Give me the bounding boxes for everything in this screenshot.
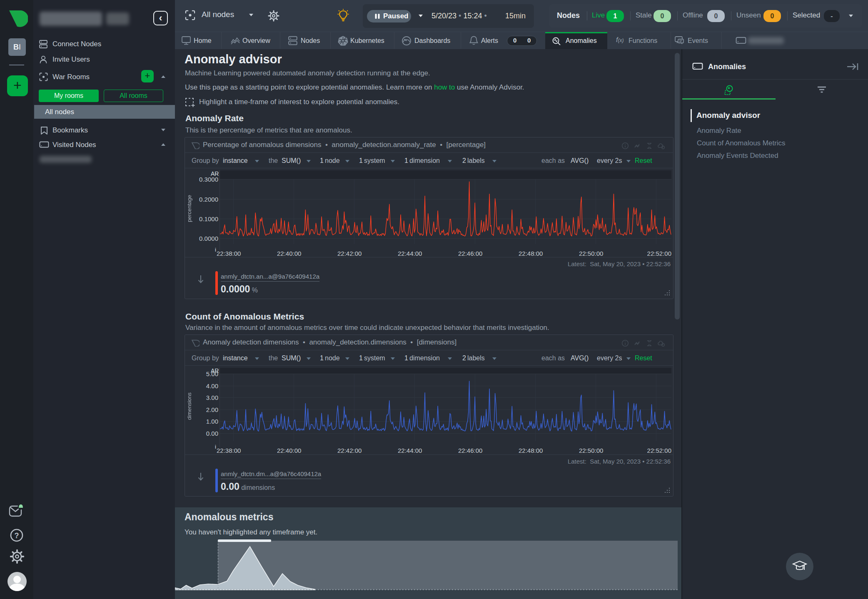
- svg-text:?: ?: [15, 532, 19, 540]
